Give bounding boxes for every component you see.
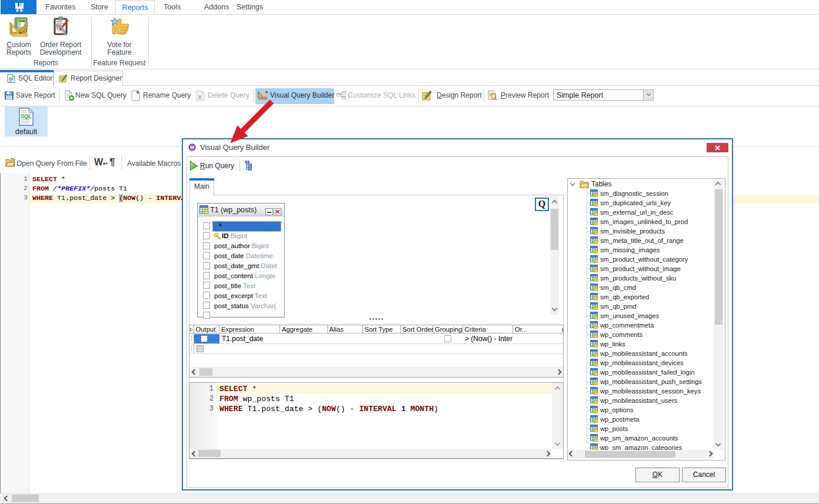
svg-text:SQL: SQL [21,114,32,119]
